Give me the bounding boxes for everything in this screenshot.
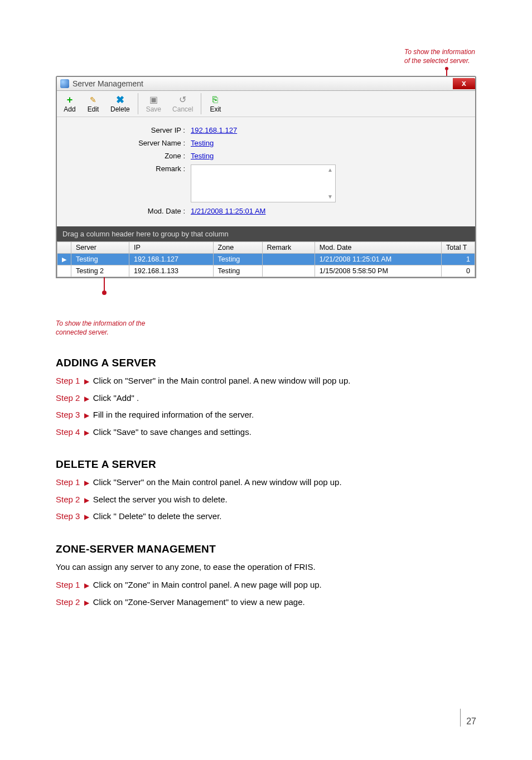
top-caption: To show the information of the selected … [404, 48, 475, 65]
arrow-right-icon: ▶ [84, 478, 89, 488]
grid-group-band[interactable]: Drag a column header here to group by th… [57, 226, 475, 241]
save-label: Save [146, 105, 161, 113]
delete-button[interactable]: ✖ Delete [105, 93, 136, 114]
dialog-title: Server Management [72, 79, 143, 88]
step-text: Click "Server" on the Main control panel… [93, 477, 342, 487]
edit-label: Edit [88, 105, 99, 113]
step-line: Step 1 ▶ Click "Server" on the Main cont… [56, 476, 476, 489]
step-text: Click on "Server" in the Main control pa… [93, 376, 351, 385]
step-line: Step 3 ▶ Click " Delete" to delete the s… [56, 510, 476, 523]
arrow-right-icon: ▶ [84, 410, 89, 420]
cell-zone: Testing [213, 265, 262, 277]
undo-icon: ↺ [179, 94, 186, 105]
step-line: Step 3 ▶ Fill in the required informatio… [56, 409, 476, 422]
step-line: Step 2 ▶ Click "Add" . [56, 392, 476, 405]
step-label: Step 2 [56, 393, 80, 403]
bottom-caption-line1: To show the information of the [56, 320, 145, 327]
server-grid[interactable]: Server IP Zone Remark Mod. Date Total T … [57, 241, 475, 277]
step-line: Step 2 ▶ Click on "Zone-Server Managemen… [56, 596, 476, 609]
step-text: Click " Delete" to delete the server. [93, 511, 222, 521]
exit-button[interactable]: ⎘ Exit [204, 93, 227, 114]
bottom-pointer [56, 277, 476, 299]
cancel-button: ↺ Cancel [167, 93, 199, 114]
remark-label: Remark : [68, 164, 191, 173]
toolbar-separator [201, 93, 201, 114]
arrow-right-icon: ▶ [84, 495, 89, 505]
cell-total: 1 [442, 254, 475, 265]
app-icon [60, 79, 69, 88]
edit-button[interactable]: ✎ Edit [81, 93, 105, 114]
step-text: Select the server you wish to delete. [93, 495, 228, 504]
save-button: ▣ Save [141, 93, 167, 114]
step-label: Step 1 [56, 580, 80, 589]
cell-ip: 192.168.1.133 [129, 265, 214, 277]
form-area: Server IP : 192.168.1.127 Server Name : … [57, 117, 475, 226]
cell-zone: Testing [213, 254, 262, 265]
zone-label: Zone : [68, 152, 191, 160]
delete-label: Delete [110, 105, 130, 113]
step-label: Step 4 [56, 427, 80, 437]
remark-textarea[interactable]: ▲ ▼ [191, 164, 336, 202]
scroll-up-icon[interactable]: ▲ [326, 166, 334, 174]
add-button[interactable]: + Add [58, 93, 81, 114]
toolbar: + Add ✎ Edit ✖ Delete ▣ Save ↺ Cancel [57, 91, 475, 117]
top-caption-line2: of the selected server. [404, 57, 470, 65]
cell-total: 0 [442, 265, 475, 277]
arrow-right-icon: ▶ [84, 376, 89, 386]
col-mod-date[interactable]: Mod. Date [315, 242, 441, 254]
server-ip-value[interactable]: 192.168.1.127 [191, 126, 237, 134]
page-number: 27 [460, 709, 476, 727]
server-name-label: Server Name : [68, 139, 191, 147]
door-icon: ⎘ [212, 94, 218, 105]
section-body: You can assign any server to any zone, t… [56, 561, 476, 574]
section-zone-server-management: ZONE-SERVER MANAGEMENT [56, 543, 476, 555]
cell-remark [262, 254, 315, 265]
top-caption-line1: To show the information [404, 48, 475, 56]
step-text: Click "Save" to save changes and setting… [93, 427, 252, 437]
bottom-caption-line2: connected server. [56, 328, 109, 336]
plus-icon: + [67, 94, 73, 105]
col-zone[interactable]: Zone [213, 242, 262, 254]
step-label: Step 1 [56, 477, 80, 487]
section-delete-a-server: DELETE A SERVER [56, 458, 476, 471]
row-indicator [57, 265, 71, 277]
col-remark[interactable]: Remark [262, 242, 315, 254]
cell-remark [262, 265, 315, 277]
step-text: Click on "Zone" in Main control panel. A… [93, 580, 322, 589]
cell-mod-date: 1/15/2008 5:58:50 PM [315, 265, 441, 277]
current-row-arrow-icon: ▶ [62, 256, 66, 263]
step-text: Click on "Zone-Server Management" to vie… [93, 597, 305, 607]
dialog-title-bar[interactable]: Server Management x [57, 77, 475, 91]
step-text: Fill in the required information of the … [93, 410, 254, 419]
cell-mod-date: 1/21/2008 11:25:01 AM [315, 254, 441, 265]
step-label: Step 2 [56, 597, 80, 607]
toolbar-separator [138, 93, 138, 114]
table-row[interactable]: Testing 2 192.168.1.133 Testing 1/15/200… [57, 265, 475, 277]
arrow-right-icon: ▶ [84, 394, 89, 404]
table-row[interactable]: ▶ Testing 192.168.1.127 Testing 1/21/200… [57, 254, 475, 265]
bottom-caption: To show the information of the connected… [56, 320, 476, 337]
close-button[interactable]: x [453, 78, 475, 89]
step-line: Step 4 ▶ Click "Save" to save changes an… [56, 426, 476, 439]
zone-value[interactable]: Testing [191, 152, 214, 160]
arrow-right-icon: ▶ [84, 580, 89, 590]
col-total[interactable]: Total T [442, 242, 475, 254]
mod-date-value: 1/21/2008 11:25:01 AM [191, 207, 265, 215]
step-label: Step 2 [56, 495, 80, 504]
col-ip[interactable]: IP [129, 242, 214, 254]
server-management-dialog: Server Management x + Add ✎ Edit ✖ Delet… [56, 76, 476, 278]
step-text: Click "Add" . [93, 393, 139, 403]
col-server[interactable]: Server [71, 242, 129, 254]
step-line: Step 2 ▶ Select the server you wish to d… [56, 493, 476, 506]
cell-server: Testing [71, 254, 129, 265]
floppy-icon: ▣ [149, 94, 158, 105]
server-name-value[interactable]: Testing [191, 139, 214, 147]
scroll-down-icon[interactable]: ▼ [326, 193, 334, 201]
pencil-icon: ✎ [90, 94, 96, 105]
step-label: Step 3 [56, 410, 80, 419]
step-line: Step 1 ▶ Click on "Server" in the Main c… [56, 375, 476, 388]
x-icon: ✖ [116, 94, 124, 105]
step-line: Step 1 ▶ Click on "Zone" in Main control… [56, 579, 476, 592]
arrow-right-icon: ▶ [84, 598, 89, 608]
arrow-right-icon: ▶ [84, 512, 89, 522]
